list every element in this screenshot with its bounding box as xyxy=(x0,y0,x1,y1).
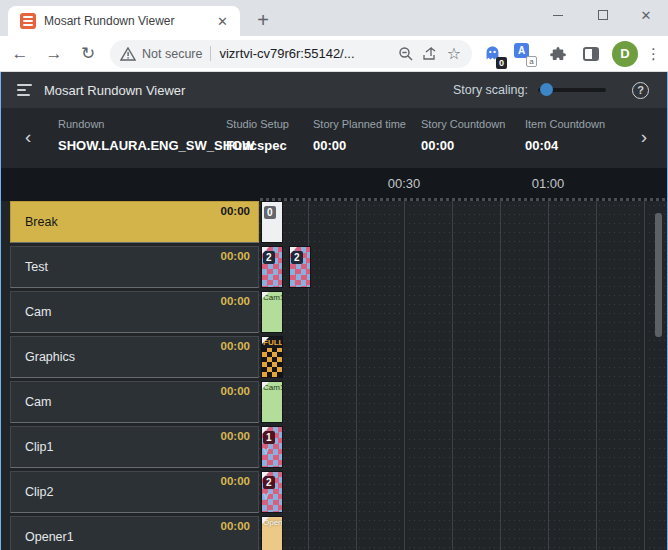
window-minimize-button[interactable] xyxy=(538,0,578,30)
app-menu-icon[interactable] xyxy=(17,84,32,96)
story-block[interactable]: Test00:00 xyxy=(10,246,259,288)
back-icon[interactable]: ← xyxy=(6,40,34,68)
story-row: Cam00:00Cam1 xyxy=(1,381,667,426)
info-field-studio-setup: Studio SetupFuncspec xyxy=(226,118,289,153)
info-field-item-countdown: Item Countdown00:04 xyxy=(525,118,605,153)
story-time: 00:00 xyxy=(221,205,250,217)
extensions-puzzle-icon[interactable] xyxy=(545,41,571,67)
url-text[interactable]: vizrtvi-cv79r6r:55142/... xyxy=(219,46,394,61)
timeline-item-opener[interactable]: Opener xyxy=(261,516,283,550)
translate-extension-icon[interactable]: A a xyxy=(512,41,538,67)
story-block[interactable]: Cam00:00 xyxy=(10,291,259,333)
timeline-item-checker-video[interactable]: 2 xyxy=(289,246,311,288)
story-name: Cam xyxy=(25,395,51,409)
browser-window: Mosart Rundown Viewer ✕ + ✕ ← → ↻ Not se… xyxy=(0,0,668,550)
vertical-scrollbar[interactable] xyxy=(655,213,662,337)
story-row: Clip100:001V xyxy=(1,426,667,471)
item-label: Cam1 xyxy=(262,292,283,303)
next-chevron-icon[interactable]: › xyxy=(641,126,647,148)
timeline-item-checker-video[interactable]: 2 xyxy=(261,246,283,288)
chrome-menu-icon[interactable]: ⋮ xyxy=(646,45,661,63)
story-block[interactable]: Cam00:00 xyxy=(10,381,259,423)
share-icon[interactable] xyxy=(418,42,442,66)
story-name: Cam xyxy=(25,305,51,319)
info-field-value: Funcspec xyxy=(226,138,289,153)
story-row: Cam00:00Cam1 xyxy=(1,291,667,336)
browser-titlebar: Mosart Rundown Viewer ✕ + ✕ xyxy=(0,0,668,36)
story-name: Test xyxy=(25,260,48,274)
timeline-item-camera[interactable]: Cam1 xyxy=(261,291,283,333)
item-badge: 2 xyxy=(263,476,275,489)
story-row: Clip200:002V xyxy=(1,471,667,516)
timeline-item-checker-video[interactable]: 1V xyxy=(261,426,283,468)
zoom-out-icon[interactable] xyxy=(394,42,418,66)
reload-icon[interactable]: ↻ xyxy=(74,40,102,68)
profile-avatar[interactable]: D xyxy=(612,41,638,67)
story-scaling-slider[interactable] xyxy=(538,88,606,92)
ghost-extension-icon[interactable]: 0 xyxy=(479,41,505,67)
story-scaling-label: Story scaling: xyxy=(453,83,528,97)
rundown-info-bar: ‹ › RundownSHOW.LAURA.ENG_SW_SHOWStudio … xyxy=(1,108,667,168)
info-field-value: 00:00 xyxy=(313,138,406,153)
extension-badge: 0 xyxy=(496,57,507,69)
browser-toolbar: ← → ↻ Not secure vizrtvi-cv79r6r:55142/.… xyxy=(0,36,668,72)
story-name: Opener1 xyxy=(25,530,74,544)
story-row: Graphics00:00FULL xyxy=(1,336,667,381)
not-secure-warning-icon[interactable] xyxy=(120,47,136,61)
prev-chevron-icon[interactable]: ‹ xyxy=(25,126,31,148)
info-field-label: Item Countdown xyxy=(525,118,605,130)
timeline-header: 00:3001:00 xyxy=(1,168,667,201)
item-badge: 2 xyxy=(263,251,275,264)
timeline-label: 01:00 xyxy=(532,176,565,191)
story-time: 00:00 xyxy=(221,250,250,262)
timeline-item-camera[interactable]: Cam1 xyxy=(261,381,283,423)
item-badge: 0 xyxy=(264,206,276,219)
story-time: 00:00 xyxy=(221,385,250,397)
tab-close-icon[interactable]: ✕ xyxy=(213,14,232,29)
tab-title: Mosart Rundown Viewer xyxy=(44,14,213,28)
story-block[interactable]: Break00:00 xyxy=(10,201,259,243)
info-field-label: Story Planned time xyxy=(313,118,406,130)
info-field-value: SHOW.LAURA.ENG_SW_SHOW xyxy=(58,138,254,153)
story-block[interactable]: Graphics00:00 xyxy=(10,336,259,378)
info-field-value: 00:00 xyxy=(421,138,505,153)
info-field-label: Rundown xyxy=(58,118,254,130)
story-name: Clip2 xyxy=(25,485,54,499)
app-header: Mosart Rundown Viewer Story scaling: ? xyxy=(1,72,667,108)
side-panel-icon[interactable] xyxy=(578,41,604,67)
story-rows: Break00:000Test00:0022Cam00:00Cam1Graphi… xyxy=(1,201,667,550)
item-badge: 1 xyxy=(263,431,275,444)
story-row: Break00:000 xyxy=(1,201,667,246)
item-label: V xyxy=(262,445,270,457)
help-icon[interactable]: ? xyxy=(632,82,649,99)
story-time: 00:00 xyxy=(221,430,250,442)
story-row: Opener100:00Opener xyxy=(1,516,667,550)
info-field-story-countdown: Story Countdown00:00 xyxy=(421,118,505,153)
story-name: Graphics xyxy=(25,350,75,364)
new-tab-button[interactable]: + xyxy=(250,8,276,34)
item-label: Cam1 xyxy=(262,382,283,393)
forward-icon[interactable]: → xyxy=(40,40,68,68)
bookmark-star-icon[interactable]: ☆ xyxy=(442,42,466,66)
story-time: 00:00 xyxy=(221,295,250,307)
timeline-item-checker-video[interactable]: 2V xyxy=(261,471,283,513)
address-bar[interactable]: Not secure vizrtvi-cv79r6r:55142/... ☆ xyxy=(110,40,472,68)
story-block[interactable]: Opener100:00 xyxy=(10,516,259,550)
story-time: 00:00 xyxy=(221,520,250,532)
timeline-item-checker-graphics[interactable]: FULL xyxy=(261,336,283,378)
window-maximize-button[interactable] xyxy=(583,0,623,30)
story-block[interactable]: Clip100:00 xyxy=(10,426,259,468)
slider-thumb[interactable] xyxy=(540,83,553,96)
item-label: V xyxy=(262,490,270,502)
timeline-item-primary[interactable]: 0 xyxy=(261,201,283,243)
window-close-button[interactable]: ✕ xyxy=(626,0,666,30)
story-time: 00:00 xyxy=(221,340,250,352)
item-label: FULL xyxy=(262,337,282,348)
browser-tab[interactable]: Mosart Rundown Viewer ✕ xyxy=(8,6,240,36)
security-label: Not secure xyxy=(142,47,202,61)
item-badge: 2 xyxy=(291,251,303,264)
timeline-label: 00:30 xyxy=(388,176,421,191)
story-block[interactable]: Clip200:00 xyxy=(10,471,259,513)
omnibox-divider xyxy=(210,46,211,61)
story-name: Clip1 xyxy=(25,440,54,454)
